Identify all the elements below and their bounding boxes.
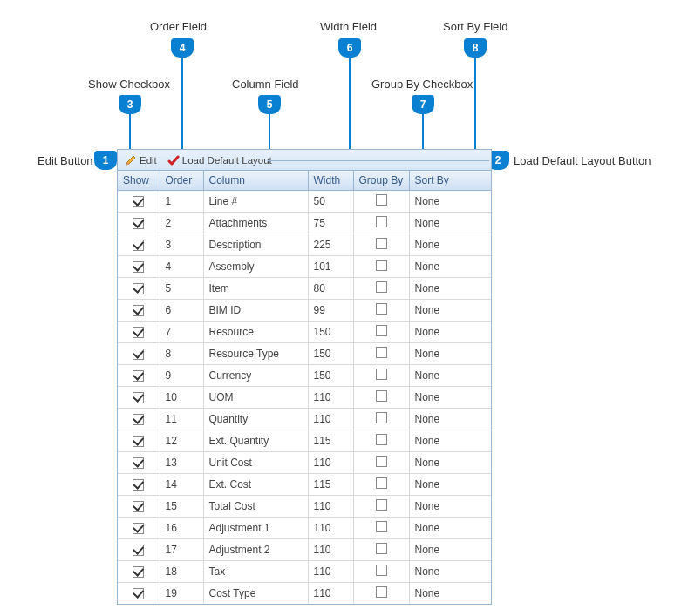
cell-column[interactable]: Resource xyxy=(203,322,308,343)
cell-order[interactable]: 5 xyxy=(160,278,203,300)
cell-order[interactable]: 4 xyxy=(160,256,203,278)
show-checkbox[interactable] xyxy=(133,305,144,316)
table-row[interactable]: 19Cost Type110None xyxy=(118,583,491,605)
cell-column[interactable]: Total Cost xyxy=(203,496,308,518)
cell-sort-by[interactable]: None xyxy=(409,496,491,518)
cell-sort-by[interactable]: None xyxy=(409,256,491,278)
cell-order[interactable]: 12 xyxy=(160,430,203,452)
group-by-checkbox[interactable] xyxy=(376,565,387,576)
show-checkbox[interactable] xyxy=(133,240,144,251)
table-row[interactable]: 5Item80None xyxy=(118,278,491,300)
table-row[interactable]: 11Quantity110None xyxy=(118,409,491,430)
cell-column[interactable]: Line # xyxy=(203,191,308,213)
cell-sort-by[interactable]: None xyxy=(409,365,491,387)
cell-order[interactable]: 6 xyxy=(160,300,203,322)
show-checkbox[interactable] xyxy=(133,414,144,425)
table-row[interactable]: 1Line #50None xyxy=(118,191,491,213)
cell-width[interactable]: 225 xyxy=(308,234,353,256)
cell-sort-by[interactable]: None xyxy=(409,452,491,474)
header-sort-by[interactable]: Sort By xyxy=(409,171,491,191)
cell-column[interactable]: BIM ID xyxy=(203,300,308,322)
cell-column[interactable]: Unit Cost xyxy=(203,452,308,474)
show-checkbox[interactable] xyxy=(133,349,144,360)
cell-column[interactable]: Resource Type xyxy=(203,343,308,365)
cell-order[interactable]: 10 xyxy=(160,387,203,409)
cell-order[interactable]: 2 xyxy=(160,213,203,234)
header-order[interactable]: Order xyxy=(160,171,203,191)
cell-column[interactable]: Adjustment 2 xyxy=(203,539,308,561)
show-checkbox[interactable] xyxy=(133,523,144,534)
table-row[interactable]: 10UOM110None xyxy=(118,387,491,409)
group-by-checkbox[interactable] xyxy=(376,303,387,315)
header-width[interactable]: Width xyxy=(308,171,353,191)
cell-column[interactable]: Tax xyxy=(203,561,308,583)
group-by-checkbox[interactable] xyxy=(376,412,387,423)
group-by-checkbox[interactable] xyxy=(376,586,387,598)
table-row[interactable]: 6BIM ID99None xyxy=(118,300,491,322)
header-group-by[interactable]: Group By xyxy=(353,171,409,191)
cell-order[interactable]: 16 xyxy=(160,518,203,539)
cell-width[interactable]: 150 xyxy=(308,343,353,365)
cell-sort-by[interactable]: None xyxy=(409,300,491,322)
table-row[interactable]: 3Description225None xyxy=(118,234,491,256)
cell-order[interactable]: 14 xyxy=(160,474,203,496)
cell-order[interactable]: 17 xyxy=(160,539,203,561)
cell-order[interactable]: 7 xyxy=(160,322,203,343)
group-by-checkbox[interactable] xyxy=(376,521,387,532)
cell-order[interactable]: 19 xyxy=(160,583,203,605)
group-by-checkbox[interactable] xyxy=(376,216,387,227)
group-by-checkbox[interactable] xyxy=(376,281,387,293)
show-checkbox[interactable] xyxy=(133,283,144,294)
table-row[interactable]: 9Currency150None xyxy=(118,365,491,387)
cell-order[interactable]: 1 xyxy=(160,191,203,213)
cell-width[interactable]: 99 xyxy=(308,300,353,322)
cell-column[interactable]: Ext. Quantity xyxy=(203,430,308,452)
cell-sort-by[interactable]: None xyxy=(409,234,491,256)
group-by-checkbox[interactable] xyxy=(376,369,387,380)
cell-column[interactable]: UOM xyxy=(203,387,308,409)
cell-width[interactable]: 115 xyxy=(308,430,353,452)
cell-order[interactable]: 11 xyxy=(160,409,203,430)
table-row[interactable]: 14Ext. Cost115None xyxy=(118,474,491,496)
group-by-checkbox[interactable] xyxy=(376,499,387,511)
cell-sort-by[interactable]: None xyxy=(409,561,491,583)
cell-order[interactable]: 15 xyxy=(160,496,203,518)
cell-sort-by[interactable]: None xyxy=(409,430,491,452)
show-checkbox[interactable] xyxy=(133,218,144,229)
show-checkbox[interactable] xyxy=(133,261,144,273)
group-by-checkbox[interactable] xyxy=(376,543,387,554)
cell-sort-by[interactable]: None xyxy=(409,191,491,213)
cell-column[interactable]: Attachments xyxy=(203,213,308,234)
cell-sort-by[interactable]: None xyxy=(409,343,491,365)
cell-width[interactable]: 110 xyxy=(308,561,353,583)
cell-column[interactable]: Currency xyxy=(203,365,308,387)
cell-sort-by[interactable]: None xyxy=(409,409,491,430)
show-checkbox[interactable] xyxy=(133,392,144,403)
cell-order[interactable]: 9 xyxy=(160,365,203,387)
cell-width[interactable]: 110 xyxy=(308,496,353,518)
group-by-checkbox[interactable] xyxy=(376,477,387,489)
cell-sort-by[interactable]: None xyxy=(409,278,491,300)
table-row[interactable]: 8Resource Type150None xyxy=(118,343,491,365)
show-checkbox[interactable] xyxy=(133,501,144,512)
cell-order[interactable]: 3 xyxy=(160,234,203,256)
cell-width[interactable]: 115 xyxy=(308,474,353,496)
table-row[interactable]: 7Resource150None xyxy=(118,322,491,343)
table-row[interactable]: 17Adjustment 2110None xyxy=(118,539,491,561)
cell-width[interactable]: 75 xyxy=(308,213,353,234)
cell-width[interactable]: 110 xyxy=(308,583,353,605)
show-checkbox[interactable] xyxy=(133,196,144,207)
group-by-checkbox[interactable] xyxy=(376,347,387,358)
group-by-checkbox[interactable] xyxy=(376,238,387,249)
cell-sort-by[interactable]: None xyxy=(409,322,491,343)
table-row[interactable]: 4Assembly101None xyxy=(118,256,491,278)
cell-sort-by[interactable]: None xyxy=(409,474,491,496)
cell-order[interactable]: 18 xyxy=(160,561,203,583)
show-checkbox[interactable] xyxy=(133,566,144,578)
cell-width[interactable]: 110 xyxy=(308,539,353,561)
header-show[interactable]: Show xyxy=(118,171,160,191)
table-row[interactable]: 12Ext. Quantity115None xyxy=(118,430,491,452)
group-by-checkbox[interactable] xyxy=(376,194,387,206)
show-checkbox[interactable] xyxy=(133,436,144,447)
cell-sort-by[interactable]: None xyxy=(409,387,491,409)
